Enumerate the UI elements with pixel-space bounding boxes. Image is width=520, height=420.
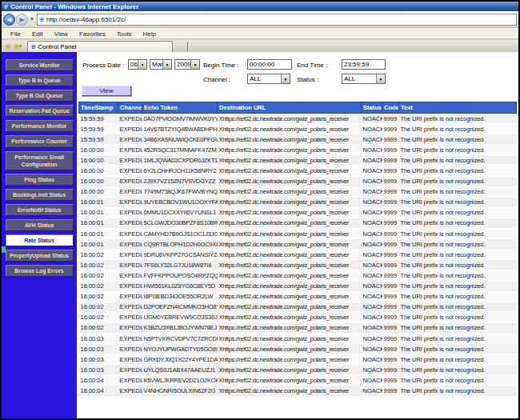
back-button[interactable]: ◀	[3, 14, 15, 26]
tab-control-panel[interactable]: e Control Panel	[27, 41, 173, 52]
menu-view[interactable]: View	[49, 30, 74, 38]
end-time-input[interactable]	[342, 59, 386, 70]
sidebar-item-bookinglimit-status[interactable]: BookingLimit Status	[6, 189, 74, 201]
forward-button[interactable]: ▶	[16, 14, 28, 26]
menu-file[interactable]: File	[5, 30, 26, 38]
channel-select[interactable]: ALL ▼	[247, 74, 290, 84]
content-area: Process Date : 06 ▼ Mar ▼ 2009 ▼ Begin T…	[77, 52, 518, 418]
table-row: 16:00:00EXPEDIA452RSQC317MMIAFK47ZMXhttp…	[79, 145, 517, 155]
menu-help[interactable]: Help	[137, 30, 161, 38]
menu-edit[interactable]: Edit	[26, 30, 49, 38]
table-row: 16:00:00EXPEDIA2J9X7VZ15ZN7VSVDGYZZXhttp…	[79, 176, 517, 186]
cell-text: The URI prefix is not recognized.	[399, 322, 517, 333]
cell-echo-token: V4NHGNRI5OULXIN62F2G	[142, 386, 218, 396]
address-bar-input[interactable]: e http://oedsv-46app:6501/2c/	[37, 14, 517, 26]
cell-echo-token: 7FS6LY32LG7JU18W8TI8	[142, 260, 218, 270]
sidebar-item-performance-monitor[interactable]: Performance Monitor	[6, 120, 74, 132]
sidebar-item-errornotif-status[interactable]: ErrorNotif Status	[6, 204, 74, 216]
cell-timestamp: 16:00:01	[79, 218, 118, 228]
sidebar-item-type-b-in-queue[interactable]: Type B In Queue	[6, 74, 74, 86]
cell-status: NOACK	[362, 270, 382, 281]
cell-destination-url: Xhttps://ref02.dc.newtrade.com/gwiz_pola…	[218, 250, 362, 260]
cell-code: 9999	[382, 155, 399, 166]
cell-timestamp: 16:00:01	[79, 207, 118, 218]
cell-channel: EXPEDIA	[118, 134, 142, 145]
cell-timestamp: 16:00:00	[79, 176, 118, 186]
sidebar-item-performance-email-configuration[interactable]: Performance Email Configuration	[6, 151, 74, 170]
table-row: 16:00:02EXPEDIAD2POEFZN4ICMMKO3HO8YXhttp…	[79, 302, 517, 312]
sidebar-item-type-b-out-queue[interactable]: Type B Out Queue	[6, 90, 74, 102]
cell-destination-url: Xhttps://ref02.dc.newtrade.com/gwiz_pola…	[218, 134, 362, 145]
cell-text: The URI prefix is not recognized.	[399, 155, 517, 166]
cell-status: NOACK	[362, 197, 382, 207]
sidebar-item-avh-status[interactable]: AVH Status	[6, 219, 74, 231]
table-row: 16:00:03EXPEDIAN5PTVKRCVDPV7C7ZRCDFXhttp…	[79, 333, 517, 343]
favorites-star-icon[interactable]: ★	[5, 42, 11, 52]
cell-channel: EXPEDIA	[118, 229, 142, 239]
sidebar-item-ping-status[interactable]: Ping Status	[6, 174, 74, 186]
table-row: 16:00:02EXPEDIAHWI561KL0Z8YG6C8EY5DXhttp…	[79, 281, 517, 291]
browser-window: e Control Panel - Windows Internet Explo…	[0, 0, 520, 420]
sidebar-item-propertyupload-status[interactable]: PropertyUpload Status	[6, 250, 74, 262]
cell-echo-token: K3BZU3XB1JBOJYWN78EJ	[142, 322, 218, 333]
cell-status: NOACK	[362, 145, 382, 155]
sidebar-item-browse-log-errors[interactable]: Browse Log Errors	[6, 265, 74, 277]
cell-echo-token: CQ9RTBLOPH1D2H0OC9XL	[142, 239, 218, 250]
history-dropdown-icon[interactable]: ▼	[29, 17, 37, 22]
sidebar-item-rate-status[interactable]: Rate Status	[6, 234, 74, 246]
cell-destination-url: Xhttps://ref02.dc.newtrade.com/gwiz_pola…	[218, 270, 362, 281]
cell-status: NOACK	[362, 281, 382, 291]
cell-destination-url: Xhttps://ref02.dc.newtrade.com/gwiz_pola…	[218, 344, 362, 354]
add-favorite-icon[interactable]: ★	[14, 42, 20, 52]
cell-timestamp: 16:00:02	[79, 260, 118, 270]
table-row: 16:00:02EXPEDIAFVFFKPPOUPOSO4RPZQQ8Xhttp…	[79, 270, 517, 281]
cell-timestamp: 16:00:01	[79, 239, 118, 250]
cell-status: NOACK	[362, 260, 382, 270]
cell-destination-url: Xhttps://ref02.dc.newtrade.com/gwiz_pola…	[218, 218, 362, 228]
sidebar-item-reservation-fail-queue[interactable]: Reservation Fail Queue	[6, 105, 74, 117]
table-row: 16:00:02EXPEDIA9DRU6VKFP27GCSANSIYZXhttp…	[79, 250, 517, 260]
cell-text: The URI prefix is not recognized.	[399, 218, 517, 228]
cell-timestamp: 16:00:02	[79, 302, 118, 312]
date-month-select[interactable]: Mar ▼	[150, 59, 172, 70]
cell-timestamp: 16:00:02	[79, 312, 118, 322]
tab-bar: ★ ★ e Control Panel	[2, 40, 518, 52]
cell-text: The URI prefix is not recognized.	[399, 260, 517, 270]
cell-echo-token: UYLQS0J1ABX47AAEUZJ1	[142, 365, 218, 375]
cell-echo-token: 9UYEBCBOV1WU1OOXYFA4	[142, 197, 218, 207]
cell-code: 9999	[382, 302, 399, 312]
cell-destination-url: Xhttps://ref02.dc.newtrade.com/gwiz_pola…	[218, 354, 362, 365]
date-day-select[interactable]: 06 ▼	[128, 59, 147, 70]
sidebar-item-service-monitor[interactable]: Service Monitor	[6, 59, 74, 71]
cell-status: NOACK	[362, 322, 382, 333]
page-body: Service MonitorType B In QueueType B Out…	[2, 52, 518, 418]
cell-status: NOACK	[362, 124, 382, 134]
cell-status: NOACK	[362, 229, 382, 239]
cell-text: The URI prefix is not recognized.	[399, 344, 517, 354]
menu-tools[interactable]: Tools	[111, 30, 138, 38]
table-row: 16:00:03EXPEDIAGRXDYJ0Q1X22Y4YPE1DAXhttp…	[79, 354, 517, 365]
cell-channel: EXPEDIA	[118, 260, 142, 270]
cell-text: The URI prefix is not recognized.	[399, 375, 517, 386]
cell-echo-token: CAMYHD7B9GJS1OC1J3JG	[142, 229, 218, 239]
cell-timestamp: 16:00:02	[79, 281, 118, 291]
cell-code: 9999	[382, 207, 399, 218]
cell-status: NOACK	[362, 207, 382, 218]
cell-text: The URI prefix is not recognized.	[399, 186, 517, 197]
cell-timestamp: 16:00:03	[79, 344, 118, 354]
cell-timestamp: 16:00:02	[79, 270, 118, 281]
status-select[interactable]: ALL ▼	[342, 74, 386, 84]
menu-favorites[interactable]: Favorites	[74, 30, 111, 38]
begin-time-input[interactable]	[247, 59, 292, 70]
cell-channel: EXPEDIA	[118, 155, 142, 166]
cell-timestamp: 16:00:01	[79, 229, 118, 239]
cell-destination-url: Xhttps://ref02.dc.newtrade.com/gwiz_pola…	[218, 145, 362, 155]
column-header-status: Status	[362, 102, 382, 114]
chevron-down-icon: ▼	[162, 60, 171, 69]
cell-timestamp: 16:00:03	[79, 333, 118, 343]
cell-echo-token: 0AO7PVIOOMV7IMWVK0YY	[142, 114, 218, 124]
date-year-select[interactable]: 2009 ▼	[174, 59, 200, 70]
view-button[interactable]: View	[82, 86, 131, 96]
cell-channel: EXPEDIA	[118, 302, 142, 312]
sidebar-item-performance-counter[interactable]: Performance Counter	[6, 135, 74, 147]
